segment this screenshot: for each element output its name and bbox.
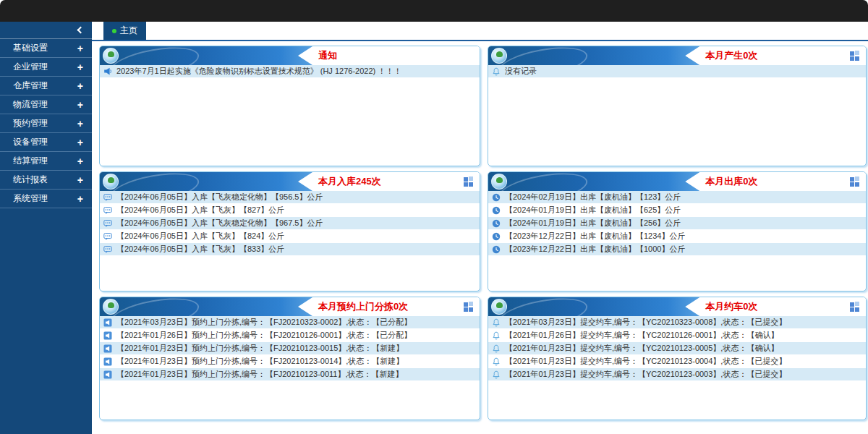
comment-icon — [103, 193, 112, 202]
list-item[interactable]: 【2021年01月23日】提交约车,编号：【YC20210123-0005】,状… — [488, 342, 866, 354]
plus-icon[interactable]: + — [77, 62, 83, 72]
list-item-text: 2023年7月1日起实施《危险废物识别标志设置技术规范》 (HJ 1276-20… — [116, 66, 401, 77]
plus-icon[interactable]: + — [77, 137, 83, 148]
comment-icon — [103, 232, 112, 241]
sidebar-item-label: 基础设置 — [13, 42, 48, 54]
sidebar-item-statistics-reports[interactable]: 统计报表 + — [0, 171, 92, 190]
list-item-text: 没有记录 — [505, 66, 537, 77]
panel-inbound-title: 本月入库245次 — [318, 172, 381, 191]
list-item[interactable]: 【2024年06月05日】入库【飞灰稳定化物】【956.5】公斤 — [100, 191, 480, 203]
clock-circle-icon — [492, 232, 501, 241]
list-item-text: 【2024年06月05日】入库【飞灰稳定化物】【967.5】公斤 — [116, 218, 323, 229]
list-item-text: 【2021年01月26日】提交约车,编号：【YC20210126-0001】,状… — [505, 330, 778, 341]
panel-banner — [100, 172, 312, 191]
globe-icon — [103, 48, 119, 64]
list-item-text: 【2021年01月23日】提交约车,编号：【YC20210123-0003】,状… — [505, 369, 786, 380]
main-content: 主页 通知 2023年7月1日起实施《危险废物识别标志设置技术规范》 (HJ 1… — [92, 22, 868, 434]
list-item[interactable]: 【2024年06月05日】入库【飞灰】【833】公斤 — [100, 243, 480, 255]
tab-home[interactable]: 主页 — [103, 22, 146, 40]
plus-icon[interactable]: + — [77, 119, 83, 129]
panel-banner — [488, 297, 699, 316]
speaker-square-icon — [103, 318, 112, 327]
globe-icon — [491, 174, 507, 190]
sidebar-item-warehouse-management[interactable]: 仓库管理 + — [0, 77, 92, 95]
list-item[interactable]: 【2021年01月23日】提交约车,编号：【YC20210123-0003】,状… — [488, 368, 866, 380]
list-item[interactable]: 【2023年12月22日】出库【废机油】【1234】公斤 — [488, 230, 866, 242]
panel-vehicle-title: 本月约车0次 — [705, 297, 757, 316]
sidebar-item-settlement-management[interactable]: 结算管理 + — [0, 152, 92, 171]
panel-notice-header: 通知 — [100, 46, 480, 65]
speaker-square-icon — [103, 344, 112, 353]
list-item[interactable]: 【2021年03月23日】预约上门分拣,编号：【FJ20210323-0002】… — [100, 316, 480, 328]
sidebar-item-label: 结算管理 — [13, 155, 48, 167]
panel-sorting-title: 本月预约上门分拣0次 — [318, 297, 408, 316]
list-item[interactable]: 【2021年01月23日】提交约车,编号：【YC20210123-0004】,状… — [488, 355, 866, 367]
plus-icon[interactable]: + — [77, 81, 83, 91]
sidebar-item-equipment-management[interactable]: 设备管理 + — [0, 133, 92, 152]
plus-icon[interactable]: + — [77, 43, 83, 54]
list-item[interactable]: 【2021年01月23日】预约上门分拣,编号：【FJ20210123-0011】… — [100, 368, 480, 380]
list-item-text: 【2021年01月23日】提交约车,编号：【YC20210123-0005】,状… — [505, 343, 778, 354]
list-item-text: 【2021年03月23日】预约上门分拣,编号：【FJ20210323-0002】… — [116, 317, 412, 328]
chevron-left-icon[interactable] — [77, 27, 85, 34]
list-item-text: 【2021年01月23日】预约上门分拣,编号：【FJ20210123-0015】… — [116, 343, 404, 354]
sidebar-item-system-management[interactable]: 系统管理 + — [0, 190, 92, 208]
sidebar-item-basic-settings[interactable]: 基础设置 + — [0, 39, 92, 58]
sidebar-item-enterprise-management[interactable]: 企业管理 + — [0, 58, 92, 77]
panel-notice: 通知 2023年7月1日起实施《危险废物识别标志设置技术规范》 (HJ 1276… — [99, 46, 480, 166]
list-item[interactable]: 【2021年01月23日】预约上门分拣,编号：【FJ20210123-0014】… — [100, 355, 480, 367]
plus-icon[interactable]: + — [77, 175, 83, 185]
tiles-icon[interactable] — [464, 302, 474, 312]
sidebar-item-label: 统计报表 — [13, 174, 48, 186]
tiles-icon[interactable] — [850, 302, 860, 312]
list-item[interactable]: 【2023年12月22日】出库【废机油】【1000】公斤 — [488, 243, 866, 255]
panel-banner — [488, 46, 699, 65]
list-item[interactable]: 【2024年02月19日】出库【废机油】【123】公斤 — [488, 191, 866, 203]
tab-home-label: 主页 — [120, 25, 137, 37]
sidebar-item-label: 设备管理 — [13, 136, 48, 148]
panel-produced-header: 本月产生0次 — [488, 46, 866, 65]
clock-circle-icon — [492, 219, 501, 228]
panel-sorting-header: 本月预约上门分拣0次 — [100, 297, 480, 316]
comment-icon — [103, 206, 112, 215]
plus-icon[interactable]: + — [77, 100, 83, 110]
list-item[interactable]: 【2021年01月26日】提交约车,编号：【YC20210126-0001】,状… — [488, 329, 866, 341]
panel-banner — [100, 46, 312, 65]
panel-sorting: 本月预约上门分拣0次 【2021年03月23日】预约上门分拣,编号：【FJ202… — [99, 297, 480, 420]
tiles-icon[interactable] — [850, 51, 860, 61]
list-item[interactable]: 【2024年06月05日】入库【飞灰】【827】公斤 — [100, 204, 480, 216]
list-item[interactable]: 【2024年01月19日】出库【废机油】【256】公斤 — [488, 217, 866, 229]
tiles-icon[interactable] — [850, 176, 860, 187]
app-header-bar — [0, 0, 868, 22]
panel-produced: 本月产生0次 没有记录 — [488, 46, 867, 166]
tiles-icon[interactable] — [464, 176, 474, 187]
list-item[interactable]: 【2024年01月19日】出库【废机油】【625】公斤 — [488, 204, 866, 216]
bell-icon — [492, 344, 501, 353]
comment-icon — [103, 219, 112, 228]
list-item[interactable]: 【2024年06月05日】入库【飞灰稳定化物】【967.5】公斤 — [100, 217, 480, 229]
tab-bar: 主页 — [92, 22, 868, 41]
list-item[interactable]: 【2021年03月23日】提交约车,编号：【YC20210323-0008】,状… — [488, 316, 866, 328]
speaker-square-icon — [103, 370, 112, 379]
panel-vehicle: 本月约车0次 【2021年03月23日】提交约车,编号：【YC20210323-… — [488, 297, 867, 420]
panel-vehicle-body: 【2021年03月23日】提交约车,编号：【YC20210323-0008】,状… — [488, 316, 866, 420]
clock-circle-icon — [492, 206, 501, 215]
list-item[interactable]: 【2021年01月26日】预约上门分拣,编号：【FJ20210126-0001】… — [100, 329, 480, 341]
list-item[interactable]: 【2024年06月05日】入库【飞灰】【824】公斤 — [100, 230, 480, 242]
panel-notice-body: 2023年7月1日起实施《危险废物识别标志设置技术规范》 (HJ 1276-20… — [100, 65, 480, 166]
list-item-text: 【2024年06月05日】入库【飞灰】【827】公斤 — [116, 205, 284, 216]
list-item-text: 【2023年12月22日】出库【废机油】【1234】公斤 — [505, 231, 685, 242]
sidebar-item-logistics-management[interactable]: 物流管理 + — [0, 95, 92, 114]
list-item[interactable]: 2023年7月1日起实施《危险废物识别标志设置技术规范》 (HJ 1276-20… — [100, 65, 480, 77]
sidebar-item-label: 物流管理 — [13, 98, 48, 111]
panel-inbound: 本月入库245次 【2024年06月05日】入库【飞灰稳定化物】【956.5】公… — [99, 171, 480, 292]
plus-icon[interactable]: + — [77, 194, 83, 204]
sidebar-item-reservation-management[interactable]: 预约管理 + — [0, 114, 92, 133]
list-item-text: 【2024年06月05日】入库【飞灰】【824】公斤 — [116, 231, 284, 242]
bell-icon — [492, 331, 501, 340]
plus-icon[interactable]: + — [77, 156, 83, 166]
list-item-text: 【2024年06月05日】入库【飞灰稳定化物】【956.5】公斤 — [116, 192, 323, 203]
list-item[interactable]: 【2021年01月23日】预约上门分拣,编号：【FJ20210123-0015】… — [100, 342, 480, 354]
panel-vehicle-header: 本月约车0次 — [488, 297, 866, 316]
sidebar-item-label: 企业管理 — [13, 61, 48, 73]
